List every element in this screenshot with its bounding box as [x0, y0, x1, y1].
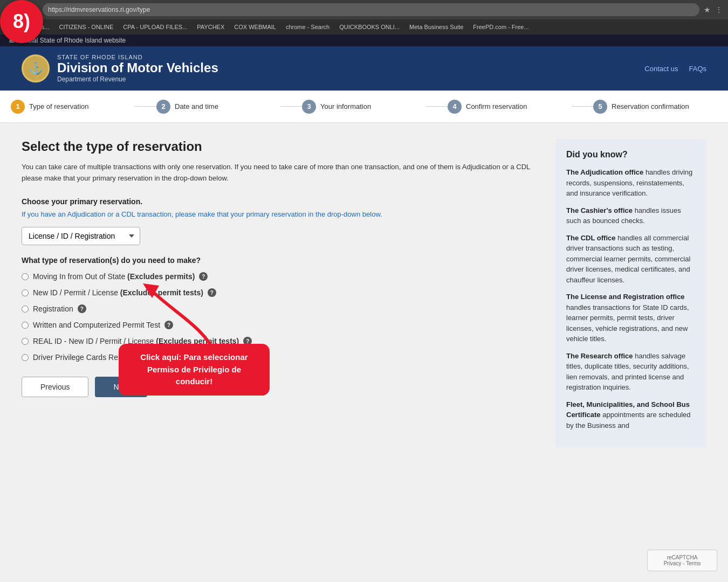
sidebar-section-3-title: The CDL office — [566, 234, 616, 242]
reservation-type-label: What type of reservation(s) do you need … — [22, 256, 545, 265]
step-3-label: Your information — [320, 102, 371, 110]
sidebar: Did you know? The Adjudication office ha… — [555, 139, 706, 448]
radio-opt5[interactable] — [22, 338, 29, 345]
step-5-num: 5 — [593, 100, 607, 114]
bookmark-7[interactable]: QUICKBOOKS ONLI... — [336, 23, 403, 31]
bookmark-4[interactable]: PAYCHEX — [194, 23, 228, 31]
help-icon-2[interactable]: ? — [208, 288, 216, 297]
radio-item-3: Registration ? — [22, 304, 545, 313]
official-banner: Official State of Rhode Island website — [0, 34, 728, 46]
radio-label-1: Moving In from Out of State (Excludes pe… — [33, 272, 195, 281]
state-label: STATE OF RHODE ISLAND — [57, 54, 218, 60]
site-subtitle: Department of Revenue — [57, 75, 218, 83]
primary-reservation-dropdown[interactable]: License / ID / Registration Adjudication… — [22, 227, 140, 245]
step-1: 1 Type of reservation — [11, 100, 135, 114]
sidebar-section-2-title: The Cashier's office — [566, 206, 633, 214]
step-badge: 8) — [0, 0, 43, 43]
step-3: 3 Your information — [302, 100, 426, 114]
help-icon-3[interactable]: ? — [78, 304, 86, 313]
page-title: Select the type of reservation — [22, 139, 545, 154]
step-sep-2 — [280, 106, 302, 107]
sidebar-section-4-text: handles transactions for State ID cards,… — [566, 303, 689, 343]
browser-bar: ← → ↻ https://ridmvreservations.ri.gov/t… — [0, 0, 728, 19]
bookmarks-bar: Sound Effects... CITIZENS - ONLINE CPA -… — [0, 19, 728, 34]
site-title: Division of Motor Vehicles — [57, 60, 218, 75]
help-icon-4[interactable]: ? — [164, 321, 173, 329]
page-description: You can take care of multiple transactio… — [22, 162, 545, 184]
bold-1: (Excludes permits) — [127, 272, 195, 281]
radio-opt3[interactable] — [22, 306, 29, 313]
content-left: Select the type of reservation You can t… — [22, 139, 545, 448]
bookmark-9[interactable]: FreePD.com - Free... — [470, 23, 532, 31]
button-row: Previous Next — [22, 377, 545, 397]
step-4-label: Confirm reservation — [466, 102, 527, 110]
step-5: 5 Reservation confirmation — [593, 100, 717, 114]
sidebar-section-1-title: The Adjudication office — [566, 168, 643, 176]
radio-item-1: Moving In from Out of State (Excludes pe… — [22, 272, 545, 281]
radio-label-3: Registration — [33, 304, 73, 313]
radio-label-5: REAL ID - New ID / Permit / License (Exc… — [33, 337, 239, 345]
step-4-num: 4 — [448, 100, 462, 114]
radio-item-2: New ID / Permit / License (Excludes perm… — [22, 288, 545, 297]
main-content: Select the type of reservation You can t… — [0, 123, 728, 464]
radio-group: Moving In from Out of State (Excludes pe… — [22, 272, 545, 362]
bookmark-6[interactable]: chrome - Search — [283, 23, 333, 31]
site-title-block: STATE OF RHODE ISLAND Division of Motor … — [57, 54, 218, 83]
sidebar-section-4: The License and Registration office hand… — [566, 292, 696, 344]
radio-item-4: Written and Computerized Permit Test ? — [22, 321, 545, 329]
sidebar-section-2: The Cashier's office handles issues such… — [566, 205, 696, 226]
radio-item-5: REAL ID - New ID / Permit / License (Exc… — [22, 337, 545, 345]
step-2: 2 Date and time — [156, 100, 280, 114]
faqs-link[interactable]: FAQs — [689, 65, 706, 73]
radio-opt6[interactable] — [22, 354, 29, 361]
radio-label-4: Written and Computerized Permit Test — [33, 321, 160, 329]
step-2-num: 2 — [156, 100, 170, 114]
header-nav: Contact us FAQs — [644, 65, 706, 73]
bold-2: (Excludes permit tests) — [120, 288, 203, 297]
radio-label-2: New ID / Permit / License (Excludes perm… — [33, 288, 203, 297]
step-sep-1 — [135, 106, 156, 107]
step-5-label: Reservation confirmation — [612, 102, 689, 110]
next-button[interactable]: Next — [95, 377, 147, 397]
sidebar-section-5-title: The Research office — [566, 352, 633, 360]
radio-opt2[interactable] — [22, 289, 29, 296]
bold-5: (Excludes permit tests) — [156, 337, 239, 345]
radio-opt1[interactable] — [22, 273, 29, 280]
steps-bar: 1 Type of reservation 2 Date and time 3 … — [0, 91, 728, 123]
browser-icons: ★ ⋮ — [704, 5, 723, 14]
sidebar-section-4-title: The License and Registration office — [566, 293, 685, 301]
site-header: ⚓ STATE OF RHODE ISLAND Division of Moto… — [0, 46, 728, 91]
menu-icon[interactable]: ⋮ — [715, 5, 723, 14]
radio-item-6: Driver Privilege Cards Reservations ? — [22, 353, 545, 362]
step-sep-3 — [426, 106, 448, 107]
sidebar-section-6: Fleet, Municipalities, and School Bus Ce… — [566, 399, 696, 431]
state-seal: ⚓ — [22, 54, 50, 82]
star-icon[interactable]: ★ — [704, 5, 711, 14]
bookmark-5[interactable]: COX WEBMAIL — [231, 23, 279, 31]
sidebar-title: Did you know? — [566, 150, 696, 160]
bookmark-3[interactable]: CPA - UPLOAD FILES... — [120, 23, 190, 31]
url-bar[interactable]: https://ridmvreservations.ri.gov/type — [43, 3, 699, 16]
dropdown-wrapper: License / ID / Registration Adjudication… — [22, 227, 545, 245]
step-1-label: Type of reservation — [29, 102, 89, 110]
sidebar-section-5: The Research office handles salvage titl… — [566, 351, 696, 393]
help-icon-6[interactable]: ? — [157, 353, 166, 362]
step-4: 4 Confirm reservation — [448, 100, 572, 114]
header-left: ⚓ STATE OF RHODE ISLAND Division of Moto… — [22, 54, 218, 83]
help-icon-5[interactable]: ? — [243, 337, 252, 345]
previous-button[interactable]: Previous — [22, 377, 88, 397]
radio-label-6: Driver Privilege Cards Reservations — [33, 353, 153, 362]
bookmark-2[interactable]: CITIZENS - ONLINE — [56, 23, 116, 31]
step-2-label: Date and time — [175, 102, 218, 110]
sidebar-section-3: The CDL office handles all commercial dr… — [566, 233, 696, 286]
choose-label: Choose your primary reservation. — [22, 197, 545, 206]
bookmark-8[interactable]: Meta Business Suite — [406, 23, 466, 31]
sidebar-section-1: The Adjudication office handles driving … — [566, 167, 696, 199]
help-icon-1[interactable]: ? — [199, 272, 208, 281]
choose-sublabel: If you have an Adjudication or a CDL tra… — [22, 209, 545, 220]
step-1-num: 1 — [11, 100, 25, 114]
radio-opt4[interactable] — [22, 322, 29, 329]
step-3-num: 3 — [302, 100, 316, 114]
contact-us-link[interactable]: Contact us — [644, 65, 678, 73]
step-sep-4 — [572, 106, 593, 107]
